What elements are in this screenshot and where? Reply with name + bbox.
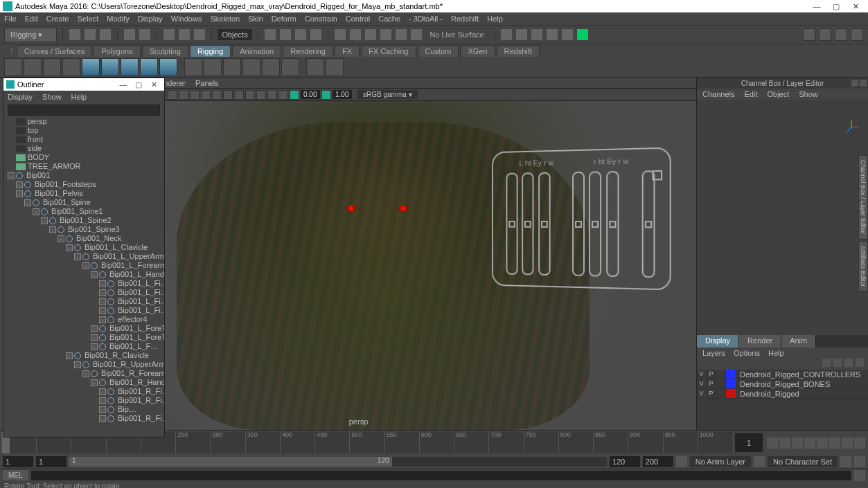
menu-item[interactable]: Edit xyxy=(25,15,38,23)
menu-item[interactable]: Skeleton xyxy=(210,15,240,23)
range-slider-thumb[interactable]: 1 120 xyxy=(69,457,392,467)
menu-item[interactable]: Control xyxy=(346,15,370,23)
outliner-node[interactable]: -Bip001_Spine2 xyxy=(5,216,163,225)
shelf-lattice-icon[interactable] xyxy=(184,58,202,76)
side-tab-attribute-editor[interactable]: Attribute Editor xyxy=(858,241,868,292)
step-back-frame-icon[interactable] xyxy=(792,437,803,449)
expand-toggle-icon[interactable]: - xyxy=(91,379,98,386)
layer-color-swatch[interactable] xyxy=(726,370,736,379)
expand-toggle-icon[interactable]: - xyxy=(66,352,73,359)
expand-toggle-icon[interactable]: - xyxy=(16,181,23,188)
shelf-joint-tool-icon[interactable] xyxy=(4,58,22,76)
new-layer-from-selected-icon[interactable] xyxy=(856,359,864,367)
expand-toggle-icon[interactable]: - xyxy=(24,199,31,206)
attribute-editor-toggle-icon[interactable] xyxy=(851,28,863,41)
channel-menu-item[interactable]: Show xyxy=(799,90,818,98)
layer-menu-item[interactable]: Layers xyxy=(702,349,725,357)
channel-box-toggle-icon[interactable] xyxy=(835,28,847,41)
shelf-wire-icon[interactable] xyxy=(262,58,280,76)
safe-action-icon[interactable] xyxy=(190,90,200,100)
grease-pencil-icon[interactable] xyxy=(223,90,233,100)
new-scene-icon[interactable] xyxy=(69,29,80,40)
outliner-node[interactable]: -effector4 xyxy=(5,315,163,324)
play-forward-icon[interactable] xyxy=(817,437,828,449)
window-minimize-button[interactable]: — xyxy=(807,2,826,10)
exposure-toggle-icon[interactable] xyxy=(290,90,299,100)
menu-item[interactable]: Select xyxy=(78,15,99,23)
safe-title-icon[interactable] xyxy=(201,90,211,100)
shelf-tab[interactable]: Sculpting xyxy=(142,45,188,57)
snap-curve-icon[interactable] xyxy=(280,29,291,40)
shelf-constraint-point-icon[interactable] xyxy=(326,58,344,76)
expand-toggle-icon[interactable]: - xyxy=(91,271,98,278)
multisample-icon[interactable] xyxy=(267,90,277,100)
shelf-tab[interactable]: Rigging xyxy=(190,45,231,57)
layer-playback-toggle[interactable]: P xyxy=(707,379,716,388)
outliner-minimize-button[interactable]: — xyxy=(116,80,131,89)
expand-toggle-icon[interactable]: - xyxy=(74,253,81,260)
gamma-field[interactable]: 1.00 xyxy=(333,90,352,99)
outliner-node[interactable]: -Bip001_L_UpperArm xyxy=(5,252,163,261)
face-rig-slider[interactable] xyxy=(506,173,518,275)
menu-item[interactable]: File xyxy=(4,15,17,23)
menu-item[interactable]: Modify xyxy=(107,15,129,23)
outliner-node[interactable]: -Bip001_R_Hand xyxy=(5,378,163,387)
modeling-toolkit-toggle-icon[interactable] xyxy=(803,28,815,41)
expand-toggle-icon[interactable]: - xyxy=(99,397,106,404)
layer-display-type[interactable] xyxy=(716,389,726,398)
select-by-hierarchy-icon[interactable] xyxy=(163,29,175,40)
shelf-tab[interactable]: FX Caching xyxy=(361,45,416,57)
range-end-outer-field[interactable]: 200 xyxy=(643,456,673,467)
live-surface-toggle-icon[interactable] xyxy=(335,29,346,40)
outliner-node[interactable]: -Bip001_L_Forearm xyxy=(5,261,163,270)
outliner-node[interactable]: -Bip001_L_Fi… xyxy=(5,288,163,297)
render-settings-icon[interactable] xyxy=(411,29,422,40)
toggle-3-icon[interactable] xyxy=(531,29,542,40)
outliner-node[interactable]: -Bip001_L_Clavicle xyxy=(5,243,163,252)
exposure-field[interactable]: 0.00 xyxy=(301,90,320,99)
motion-blur-icon[interactable] xyxy=(256,90,266,100)
outliner-node[interactable]: -Bip001_R_Forearm xyxy=(5,369,163,378)
outliner-node[interactable]: -Bip001_L_Fi… xyxy=(5,306,163,315)
outliner-node[interactable]: -Bip001_L_Fi… xyxy=(5,297,163,306)
toggle-4-icon[interactable] xyxy=(547,29,558,40)
history-toggle-icon[interactable] xyxy=(350,29,361,40)
view-transform-dropdown[interactable]: sRGB gamma ▾ xyxy=(357,90,418,99)
expand-toggle-icon[interactable]: - xyxy=(82,262,89,269)
construction-history-icon[interactable] xyxy=(365,29,376,40)
layer-display-type[interactable] xyxy=(716,370,726,379)
snap-point-icon[interactable] xyxy=(295,29,306,40)
step-forward-frame-icon[interactable] xyxy=(829,437,840,449)
outliner-node[interactable]: -Bip001_L_F… xyxy=(5,342,163,351)
expand-toggle-icon[interactable]: - xyxy=(91,325,98,332)
shelf-nonlinear-icon[interactable] xyxy=(242,58,260,76)
anim-layer-dropdown[interactable]: No Anim Layer xyxy=(690,456,751,467)
shelf-prune-weights-icon[interactable] xyxy=(140,58,158,76)
expand-toggle-icon[interactable]: - xyxy=(91,334,98,341)
shelf-ik-spline-icon[interactable] xyxy=(43,58,61,76)
toggle-1-icon[interactable] xyxy=(501,29,512,40)
shelf-tab[interactable]: Polygons xyxy=(94,45,140,57)
auto-key-toggle-icon[interactable] xyxy=(676,456,687,467)
menu-item[interactable]: Constrain xyxy=(305,15,337,23)
step-forward-key-icon[interactable] xyxy=(842,437,853,449)
menu-item[interactable]: Create xyxy=(46,15,69,23)
layer-tab[interactable]: Render xyxy=(739,335,781,347)
shelf-tab[interactable]: Redshift xyxy=(497,45,540,57)
expand-toggle-icon[interactable]: - xyxy=(33,208,39,215)
menu-item[interactable]: Skin xyxy=(248,15,263,23)
script-language-toggle[interactable]: MEL xyxy=(3,470,28,480)
ipr-render-icon[interactable] xyxy=(396,29,407,40)
outliner-maximize-button[interactable]: ▢ xyxy=(131,80,146,89)
outliner-node[interactable]: -Bip001_L_Hand xyxy=(5,270,163,279)
face-rig-slider[interactable] xyxy=(538,172,550,275)
dof-icon[interactable] xyxy=(278,90,288,100)
toggle-5-icon[interactable] xyxy=(562,29,573,40)
menu-item[interactable]: Windows xyxy=(171,15,202,23)
outliner-node[interactable]: -Bip001_R_Clavicle xyxy=(5,351,163,360)
layer-visibility-toggle[interactable]: V xyxy=(697,379,707,388)
layer-tab[interactable]: Display xyxy=(697,335,739,347)
gate-mask-icon[interactable] xyxy=(168,90,177,100)
outliner-node[interactable]: -Bip001_Footsteps xyxy=(5,180,163,189)
range-end-inner-field[interactable]: 120 xyxy=(610,456,640,467)
